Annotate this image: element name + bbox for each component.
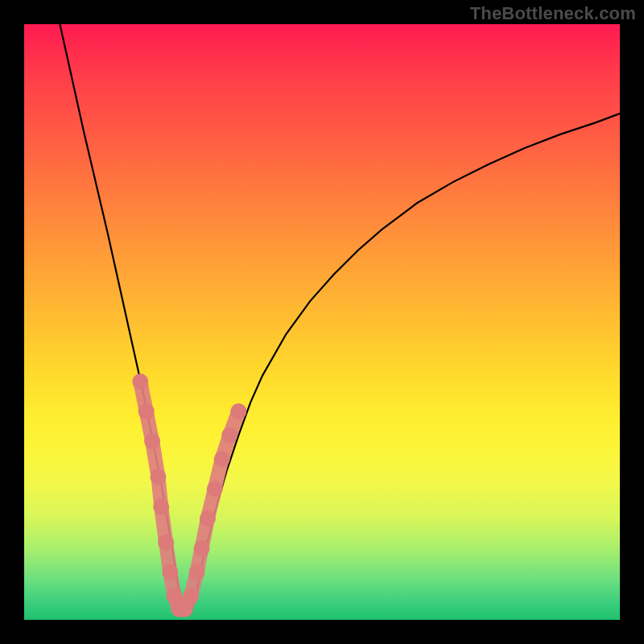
marker-dot	[158, 535, 174, 551]
chart-plot-area	[24, 24, 620, 620]
marker-dot	[207, 481, 223, 497]
marker-dot	[151, 469, 167, 485]
marker-dot	[162, 564, 178, 580]
marker-dot	[132, 374, 148, 390]
chart-frame: TheBottleneck.com	[0, 0, 644, 644]
marker-dot	[153, 498, 169, 514]
marker-dot	[194, 540, 210, 556]
marker-dot	[144, 433, 160, 449]
marker-dot	[221, 427, 237, 444]
marker-dot	[214, 451, 230, 467]
marker-dot	[138, 403, 155, 419]
watermark-text: TheBottleneck.com	[470, 3, 636, 24]
marker-dot	[230, 403, 246, 419]
chart-svg	[24, 24, 620, 620]
marker-dot	[183, 588, 199, 604]
curve-line	[60, 24, 620, 611]
marker-dot	[189, 564, 205, 580]
marker-dot	[200, 510, 216, 526]
